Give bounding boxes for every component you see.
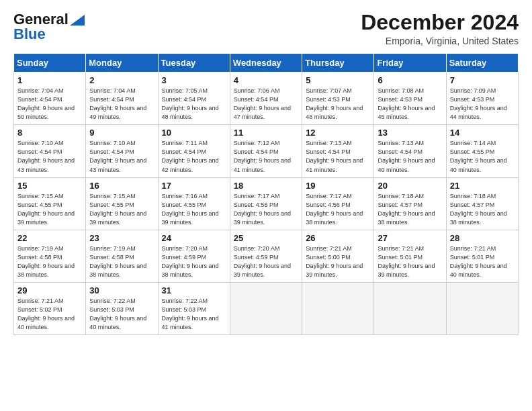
table-row: 2Sunrise: 7:04 AMSunset: 4:54 PMDaylight…	[86, 73, 158, 125]
header-wednesday: Wednesday	[230, 54, 302, 73]
table-row: 28Sunrise: 7:21 AMSunset: 5:01 PMDayligh…	[446, 230, 518, 282]
day-number: 20	[378, 181, 442, 191]
svg-marker-0	[70, 15, 85, 26]
logo: General Blue	[13, 11, 85, 43]
table-row: 21Sunrise: 7:18 AMSunset: 4:57 PMDayligh…	[446, 177, 518, 230]
day-info: Sunrise: 7:20 AMSunset: 4:59 PMDaylight:…	[234, 244, 298, 279]
day-number: 29	[17, 285, 82, 295]
day-number: 23	[89, 233, 154, 243]
day-number: 13	[378, 128, 442, 138]
day-info: Sunrise: 7:14 AMSunset: 4:55 PMDaylight:…	[450, 139, 515, 174]
day-info: Sunrise: 7:22 AMSunset: 5:03 PMDaylight:…	[162, 297, 226, 332]
day-info: Sunrise: 7:21 AMSunset: 5:02 PMDaylight:…	[17, 297, 82, 332]
table-row: 31Sunrise: 7:22 AMSunset: 5:03 PMDayligh…	[158, 282, 230, 334]
table-row: 4Sunrise: 7:06 AMSunset: 4:54 PMDaylight…	[230, 73, 302, 125]
header-sunday: Sunday	[14, 54, 86, 73]
table-row	[302, 282, 374, 334]
day-info: Sunrise: 7:13 AMSunset: 4:54 PMDaylight:…	[378, 139, 442, 174]
day-number: 6	[378, 75, 442, 85]
day-number: 9	[89, 128, 154, 138]
table-row: 26Sunrise: 7:21 AMSunset: 5:00 PMDayligh…	[302, 230, 374, 282]
table-row: 15Sunrise: 7:15 AMSunset: 4:55 PMDayligh…	[14, 177, 86, 230]
calendar-table: Sunday Monday Tuesday Wednesday Thursday…	[13, 53, 519, 335]
table-row: 20Sunrise: 7:18 AMSunset: 4:57 PMDayligh…	[374, 177, 446, 230]
logo-icon	[70, 15, 85, 26]
day-number: 15	[17, 181, 82, 191]
day-number: 31	[162, 285, 226, 295]
table-row: 8Sunrise: 7:10 AMSunset: 4:54 PMDaylight…	[14, 125, 86, 177]
day-number: 26	[306, 233, 370, 243]
day-number: 25	[234, 233, 298, 243]
table-row: 27Sunrise: 7:21 AMSunset: 5:01 PMDayligh…	[374, 230, 446, 282]
calendar-week-row: 22Sunrise: 7:19 AMSunset: 4:58 PMDayligh…	[14, 230, 519, 282]
day-number: 17	[162, 181, 226, 191]
day-number: 5	[306, 75, 370, 85]
day-number: 19	[306, 181, 370, 191]
day-info: Sunrise: 7:19 AMSunset: 4:58 PMDaylight:…	[17, 244, 82, 279]
day-number: 18	[234, 181, 298, 191]
calendar-week-row: 29Sunrise: 7:21 AMSunset: 5:02 PMDayligh…	[14, 282, 519, 334]
day-number: 10	[162, 128, 226, 138]
day-info: Sunrise: 7:10 AMSunset: 4:54 PMDaylight:…	[89, 139, 154, 174]
header-tuesday: Tuesday	[158, 54, 230, 73]
table-row	[230, 282, 302, 334]
day-info: Sunrise: 7:17 AMSunset: 4:56 PMDaylight:…	[234, 192, 298, 227]
header-friday: Friday	[374, 54, 446, 73]
day-info: Sunrise: 7:15 AMSunset: 4:55 PMDaylight:…	[17, 192, 82, 227]
table-row	[374, 282, 446, 334]
header: General Blue December 2024 Emporia, Virg…	[13, 11, 519, 46]
day-info: Sunrise: 7:21 AMSunset: 5:01 PMDaylight:…	[450, 244, 515, 279]
table-row: 24Sunrise: 7:20 AMSunset: 4:59 PMDayligh…	[158, 230, 230, 282]
table-row: 7Sunrise: 7:09 AMSunset: 4:53 PMDaylight…	[446, 73, 518, 125]
day-info: Sunrise: 7:11 AMSunset: 4:54 PMDaylight:…	[162, 139, 226, 174]
table-row: 6Sunrise: 7:08 AMSunset: 4:53 PMDaylight…	[374, 73, 446, 125]
day-number: 2	[89, 75, 154, 85]
day-info: Sunrise: 7:16 AMSunset: 4:55 PMDaylight:…	[162, 192, 226, 227]
table-row: 5Sunrise: 7:07 AMSunset: 4:53 PMDaylight…	[302, 73, 374, 125]
calendar-week-row: 1Sunrise: 7:04 AMSunset: 4:54 PMDaylight…	[14, 73, 519, 125]
day-info: Sunrise: 7:08 AMSunset: 4:53 PMDaylight:…	[378, 87, 442, 122]
table-row: 25Sunrise: 7:20 AMSunset: 4:59 PMDayligh…	[230, 230, 302, 282]
day-number: 12	[306, 128, 370, 138]
table-row: 1Sunrise: 7:04 AMSunset: 4:54 PMDaylight…	[14, 73, 86, 125]
day-number: 16	[89, 181, 154, 191]
day-number: 4	[234, 75, 298, 85]
calendar-week-row: 15Sunrise: 7:15 AMSunset: 4:55 PMDayligh…	[14, 177, 519, 230]
day-number: 3	[162, 75, 226, 85]
day-number: 7	[450, 75, 515, 85]
day-number: 30	[89, 285, 154, 295]
day-info: Sunrise: 7:04 AMSunset: 4:54 PMDaylight:…	[89, 87, 154, 122]
table-row: 9Sunrise: 7:10 AMSunset: 4:54 PMDaylight…	[86, 125, 158, 177]
day-info: Sunrise: 7:18 AMSunset: 4:57 PMDaylight:…	[450, 192, 515, 227]
table-row: 11Sunrise: 7:12 AMSunset: 4:54 PMDayligh…	[230, 125, 302, 177]
title-area: December 2024 Emporia, Virginia, United …	[361, 11, 519, 46]
month-title: December 2024	[361, 11, 519, 34]
day-number: 11	[234, 128, 298, 138]
day-info: Sunrise: 7:22 AMSunset: 5:03 PMDaylight:…	[89, 297, 154, 332]
day-number: 1	[17, 75, 82, 85]
table-row: 29Sunrise: 7:21 AMSunset: 5:02 PMDayligh…	[14, 282, 86, 334]
day-info: Sunrise: 7:09 AMSunset: 4:53 PMDaylight:…	[450, 87, 515, 122]
day-info: Sunrise: 7:21 AMSunset: 5:00 PMDaylight:…	[306, 244, 370, 279]
day-info: Sunrise: 7:15 AMSunset: 4:55 PMDaylight:…	[89, 192, 154, 227]
table-row	[446, 282, 518, 334]
day-info: Sunrise: 7:06 AMSunset: 4:54 PMDaylight:…	[234, 87, 298, 122]
table-row: 16Sunrise: 7:15 AMSunset: 4:55 PMDayligh…	[86, 177, 158, 230]
day-number: 8	[17, 128, 82, 138]
logo-blue: Blue	[13, 26, 46, 43]
day-info: Sunrise: 7:12 AMSunset: 4:54 PMDaylight:…	[234, 139, 298, 174]
calendar-week-row: 8Sunrise: 7:10 AMSunset: 4:54 PMDaylight…	[14, 125, 519, 177]
table-row: 22Sunrise: 7:19 AMSunset: 4:58 PMDayligh…	[14, 230, 86, 282]
day-info: Sunrise: 7:07 AMSunset: 4:53 PMDaylight:…	[306, 87, 370, 122]
table-row: 30Sunrise: 7:22 AMSunset: 5:03 PMDayligh…	[86, 282, 158, 334]
day-info: Sunrise: 7:04 AMSunset: 4:54 PMDaylight:…	[17, 87, 82, 122]
day-info: Sunrise: 7:18 AMSunset: 4:57 PMDaylight:…	[378, 192, 442, 227]
day-number: 21	[450, 181, 515, 191]
table-row: 17Sunrise: 7:16 AMSunset: 4:55 PMDayligh…	[158, 177, 230, 230]
location-subtitle: Emporia, Virginia, United States	[361, 36, 519, 46]
day-number: 27	[378, 233, 442, 243]
table-row: 13Sunrise: 7:13 AMSunset: 4:54 PMDayligh…	[374, 125, 446, 177]
table-row: 23Sunrise: 7:19 AMSunset: 4:58 PMDayligh…	[86, 230, 158, 282]
table-row: 12Sunrise: 7:13 AMSunset: 4:54 PMDayligh…	[302, 125, 374, 177]
day-number: 14	[450, 128, 515, 138]
